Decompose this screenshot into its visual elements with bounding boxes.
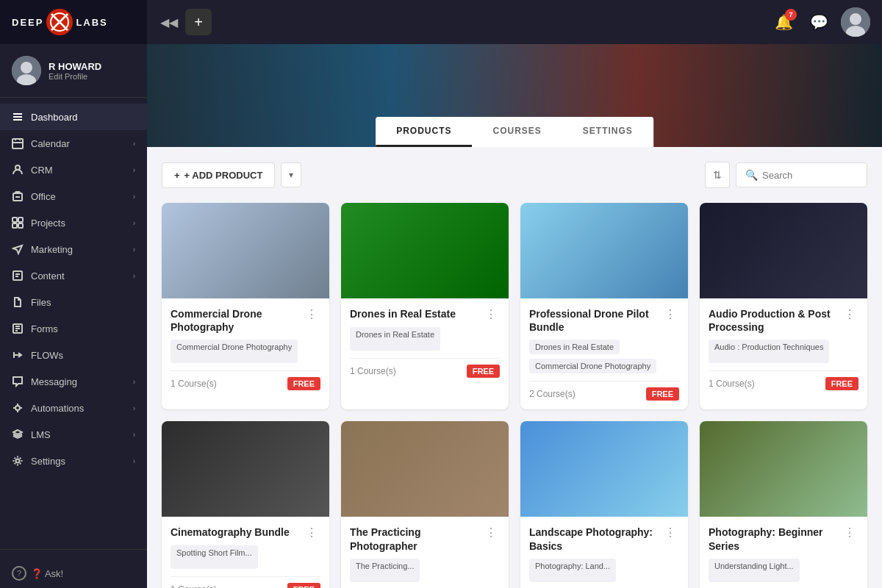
course-tag: Photography: Land... xyxy=(529,559,616,582)
sidebar-item-automations[interactable]: Automations › xyxy=(0,395,147,421)
avatar xyxy=(12,56,41,85)
sidebar-item-office[interactable]: Office › xyxy=(0,183,147,209)
product-card: Photography: Beginner Series ⋮ Understan… xyxy=(700,421,867,588)
product-footer: 1 Course(s) FREE xyxy=(171,576,320,588)
message-button[interactable]: 💬 xyxy=(806,9,832,35)
sidebar-item-projects[interactable]: Projects › xyxy=(0,209,147,236)
product-menu-button[interactable]: ⋮ xyxy=(303,307,320,321)
sort-icon: ⇅ xyxy=(713,169,722,181)
course-tags: Commercial Drone Photography xyxy=(171,340,320,363)
sidebar-item-calendar[interactable]: Calendar › xyxy=(0,130,147,157)
office-icon xyxy=(12,190,24,202)
chevron-right-icon: › xyxy=(133,140,135,148)
sidebar-item-messaging[interactable]: Messaging › xyxy=(0,368,147,395)
course-tag: Drones in Real Estate xyxy=(350,327,440,351)
search-box: 🔍 xyxy=(736,162,867,187)
sidebar-item-lms[interactable]: LMS › xyxy=(0,421,147,448)
product-menu-button[interactable]: ⋮ xyxy=(662,526,679,539)
sidebar-item-marketing[interactable]: Marketing › xyxy=(0,236,147,262)
course-count: 1 Course(s) xyxy=(350,366,396,376)
product-thumbnail xyxy=(700,203,867,298)
sidebar-item-label: FLOWs xyxy=(31,350,63,361)
course-tag: Commercial Drone Photography xyxy=(171,340,298,363)
product-menu-button[interactable]: ⋮ xyxy=(482,307,500,321)
product-title: Cinematography Bundle xyxy=(171,526,303,539)
course-count: 2 Course(s) xyxy=(529,389,576,399)
lms-icon xyxy=(12,429,24,440)
product-menu-button[interactable]: ⋮ xyxy=(662,307,679,321)
course-tags: Drones in Real Estate xyxy=(350,327,500,351)
product-menu-button[interactable]: ⋮ xyxy=(303,526,320,539)
sidebar-item-label: Office xyxy=(31,191,56,202)
brand-prefix: DEEP xyxy=(12,17,43,28)
sidebar-item-crm[interactable]: CRM › xyxy=(0,157,147,183)
pricing-badge: FREE xyxy=(646,387,679,401)
course-tag: Commercial Drone Photography xyxy=(529,359,656,373)
course-tags: The Practicing... xyxy=(350,559,500,582)
sidebar-item-files[interactable]: Files xyxy=(0,289,147,315)
course-tags: Spotting Short Film... xyxy=(171,545,320,569)
ask-button[interactable]: ? ❓ Ask! xyxy=(0,559,147,588)
automations-icon xyxy=(12,402,24,414)
user-avatar[interactable] xyxy=(841,7,870,37)
add-new-button[interactable]: + xyxy=(185,9,212,35)
product-menu-button[interactable]: ⋮ xyxy=(841,526,858,539)
product-menu-button[interactable]: ⋮ xyxy=(841,307,858,321)
course-tag: Audio : Production Techniques xyxy=(709,340,829,363)
notification-button[interactable]: 🔔 7 xyxy=(770,9,797,35)
svg-point-33 xyxy=(850,13,861,25)
sidebar-item-label: Projects xyxy=(31,218,65,229)
tab-products[interactable]: PRODUCTS xyxy=(376,117,472,147)
svg-point-0 xyxy=(51,13,68,31)
sidebar-item-content[interactable]: Content › xyxy=(0,262,147,289)
course-tag: Drones in Real Estate xyxy=(529,340,620,354)
add-product-button[interactable]: + + ADD PRODUCT xyxy=(162,162,275,188)
chevron-right-icon: › xyxy=(133,193,135,201)
course-count: 1 Course(s) xyxy=(709,379,755,389)
sidebar-item-forms[interactable]: Forms xyxy=(0,315,147,342)
main-content: ◀◀ + 🔔 7 💬 PRODUCTS COURSES xyxy=(147,0,882,588)
sidebar-item-settings[interactable]: Settings › xyxy=(0,448,147,474)
svg-point-27 xyxy=(15,406,20,410)
svg-line-2 xyxy=(51,14,68,30)
product-body: The Practicing Photographer ⋮ The Practi… xyxy=(341,517,509,588)
sidebar-item-label: Calendar xyxy=(31,138,70,149)
product-menu-button[interactable]: ⋮ xyxy=(482,526,500,539)
svg-rect-18 xyxy=(12,223,17,228)
product-title: Professional Drone Pilot Bundle xyxy=(529,307,662,334)
menu-icon xyxy=(12,111,24,123)
messaging-icon xyxy=(12,376,24,387)
product-thumbnail xyxy=(162,421,329,517)
sidebar-item-label: Content xyxy=(31,270,65,282)
course-tags: Drones in Real EstateCommercial Drone Ph… xyxy=(529,340,679,373)
sidebar-item-dashboard[interactable]: Dashboard xyxy=(0,104,147,130)
collapse-sidebar-button[interactable]: ◀◀ xyxy=(159,12,179,32)
product-footer: 1 Course(s) FREE xyxy=(171,370,320,390)
product-title: Landscape Photography: Basics xyxy=(529,526,662,552)
product-thumbnail xyxy=(520,421,688,517)
product-card: Audio Production & Post Processing ⋮ Aud… xyxy=(700,203,867,409)
course-tag: The Practicing... xyxy=(350,559,420,582)
tab-settings[interactable]: SETTINGS xyxy=(562,117,653,147)
sidebar-item-flows[interactable]: FLOWs xyxy=(0,342,147,368)
plus-icon: + xyxy=(174,170,180,181)
edit-profile-link[interactable]: Edit Profile xyxy=(49,72,101,81)
product-thumbnail xyxy=(700,421,867,517)
sidebar-bottom: My Pages › ? ❓ Ask! xyxy=(0,549,147,588)
product-card: Drones in Real Estate ⋮ Drones in Real E… xyxy=(341,203,509,409)
marketing-icon xyxy=(12,243,24,255)
tab-courses[interactable]: COURSES xyxy=(472,117,562,147)
search-input[interactable] xyxy=(762,170,858,181)
brand-suffix: LABS xyxy=(76,17,107,28)
sidebar-item-label: Messaging xyxy=(31,376,77,387)
product-card: The Practicing Photographer ⋮ The Practi… xyxy=(341,421,509,588)
sidebar-brand: DEEP LABS xyxy=(0,0,147,44)
flows-icon xyxy=(12,349,24,361)
ask-label: ❓ Ask! xyxy=(31,568,63,579)
sort-button[interactable]: ⇅ xyxy=(705,162,730,188)
filter-dropdown-button[interactable]: ▾ xyxy=(281,162,301,187)
product-grid: Commercial Drone Photography ⋮ Commercia… xyxy=(162,203,867,588)
sidebar-item-label: Files xyxy=(31,297,51,308)
product-body: Professional Drone Pilot Bundle ⋮ Drones… xyxy=(520,298,688,409)
product-title: Photography: Beginner Series xyxy=(709,526,841,552)
